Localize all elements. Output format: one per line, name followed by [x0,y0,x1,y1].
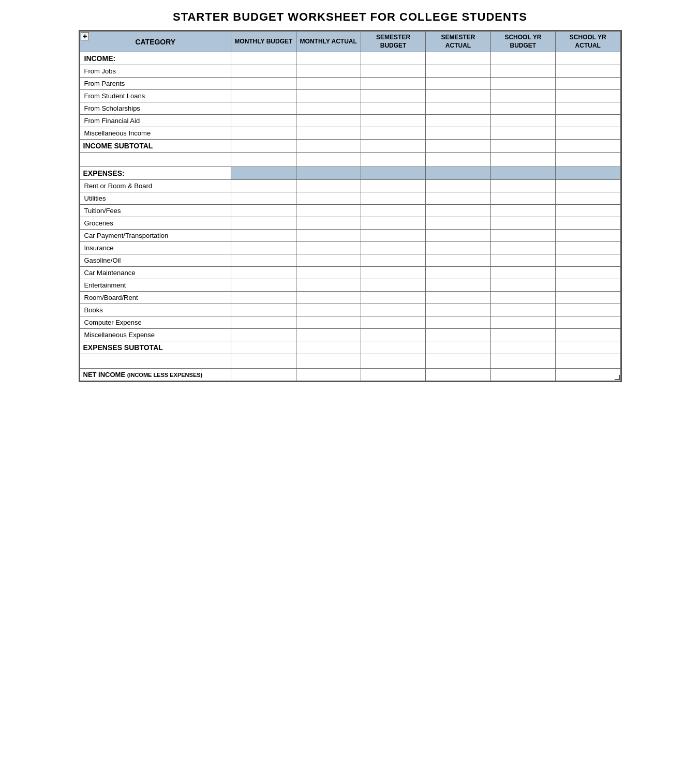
data-cell-15-0[interactable] [231,242,296,254]
data-cell-17-0[interactable] [231,267,296,279]
data-cell-2-2[interactable] [361,78,425,90]
data-cell-5-4[interactable] [490,115,555,127]
data-cell-22-3[interactable] [426,329,490,341]
section-cell-0-0[interactable] [231,52,296,65]
data-cell-2-0[interactable] [231,78,296,90]
section-cell-0-2[interactable] [361,52,425,65]
data-cell-18-4[interactable] [490,279,555,292]
data-cell-16-0[interactable] [231,254,296,267]
data-cell-13-0[interactable] [231,217,296,230]
data-cell-10-4[interactable] [490,180,555,192]
data-cell-18-2[interactable] [361,279,425,292]
empty-cell-8-2[interactable] [296,153,361,167]
data-cell-17-1[interactable] [296,267,361,279]
subtotal-cell-7-0[interactable] [231,140,296,153]
data-cell-14-4[interactable] [490,230,555,242]
data-cell-20-2[interactable] [361,304,425,316]
subtotal-cell-7-2[interactable] [361,140,425,153]
data-cell-17-3[interactable] [426,267,490,279]
data-cell-17-4[interactable] [490,267,555,279]
data-cell-16-3[interactable] [426,254,490,267]
data-cell-14-2[interactable] [361,230,425,242]
data-cell-19-5[interactable] [556,292,620,304]
empty-cell-24-5[interactable] [490,354,555,369]
data-cell-11-4[interactable] [490,192,555,205]
data-cell-21-2[interactable] [361,316,425,329]
data-cell-6-0[interactable] [231,127,296,140]
data-cell-2-3[interactable] [426,78,490,90]
empty-cell-8-1[interactable] [231,153,296,167]
data-cell-18-3[interactable] [426,279,490,292]
expenses-blue-cell-9-5[interactable] [556,167,620,180]
data-cell-13-5[interactable] [556,217,620,230]
subtotal-cell-7-1[interactable] [296,140,361,153]
data-cell-20-4[interactable] [490,304,555,316]
data-cell-14-0[interactable] [231,230,296,242]
data-cell-2-5[interactable] [556,78,620,90]
net-income-cell-5[interactable] [556,369,620,381]
data-cell-21-4[interactable] [490,316,555,329]
empty-cell-24-3[interactable] [361,354,425,369]
data-cell-13-3[interactable] [426,217,490,230]
data-cell-12-5[interactable] [556,205,620,217]
data-cell-12-0[interactable] [231,205,296,217]
empty-cell-8-5[interactable] [490,153,555,167]
data-cell-3-3[interactable] [426,90,490,102]
subtotal-cell-7-5[interactable] [556,140,620,153]
data-cell-14-5[interactable] [556,230,620,242]
data-cell-22-2[interactable] [361,329,425,341]
data-cell-1-4[interactable] [490,65,555,78]
data-cell-10-3[interactable] [426,180,490,192]
data-cell-12-2[interactable] [361,205,425,217]
data-cell-2-1[interactable] [296,78,361,90]
empty-cell-8-3[interactable] [361,153,425,167]
data-cell-6-2[interactable] [361,127,425,140]
net-income-cell-3[interactable] [426,369,490,381]
data-cell-20-5[interactable] [556,304,620,316]
empty-cell-24-2[interactable] [296,354,361,369]
data-cell-12-4[interactable] [490,205,555,217]
data-cell-15-4[interactable] [490,242,555,254]
data-cell-4-2[interactable] [361,102,425,115]
data-cell-3-5[interactable] [556,90,620,102]
data-cell-1-1[interactable] [296,65,361,78]
data-cell-4-0[interactable] [231,102,296,115]
data-cell-10-1[interactable] [296,180,361,192]
data-cell-18-0[interactable] [231,279,296,292]
data-cell-13-4[interactable] [490,217,555,230]
data-cell-12-1[interactable] [296,205,361,217]
data-cell-2-4[interactable] [490,78,555,90]
section-cell-0-5[interactable] [556,52,620,65]
subtotal-cell-23-3[interactable] [426,341,490,354]
data-cell-17-2[interactable] [361,267,425,279]
data-cell-11-0[interactable] [231,192,296,205]
data-cell-6-5[interactable] [556,127,620,140]
data-cell-21-3[interactable] [426,316,490,329]
expenses-blue-cell-9-2[interactable] [361,167,425,180]
data-cell-21-1[interactable] [296,316,361,329]
data-cell-5-5[interactable] [556,115,620,127]
data-cell-15-3[interactable] [426,242,490,254]
data-cell-1-5[interactable] [556,65,620,78]
subtotal-cell-23-4[interactable] [490,341,555,354]
section-cell-0-3[interactable] [426,52,490,65]
subtotal-cell-23-5[interactable] [556,341,620,354]
data-cell-18-1[interactable] [296,279,361,292]
data-cell-11-2[interactable] [361,192,425,205]
data-cell-20-3[interactable] [426,304,490,316]
section-cell-0-1[interactable] [296,52,361,65]
subtotal-cell-23-1[interactable] [296,341,361,354]
data-cell-1-3[interactable] [426,65,490,78]
data-cell-6-4[interactable] [490,127,555,140]
data-cell-3-0[interactable] [231,90,296,102]
expenses-blue-cell-9-1[interactable] [296,167,361,180]
net-income-cell-0[interactable] [231,369,296,381]
data-cell-20-1[interactable] [296,304,361,316]
data-cell-11-3[interactable] [426,192,490,205]
data-cell-18-5[interactable] [556,279,620,292]
data-cell-19-0[interactable] [231,292,296,304]
data-cell-19-4[interactable] [490,292,555,304]
data-cell-13-1[interactable] [296,217,361,230]
expenses-blue-cell-9-0[interactable] [231,167,296,180]
empty-cell-24-0[interactable] [80,354,231,369]
